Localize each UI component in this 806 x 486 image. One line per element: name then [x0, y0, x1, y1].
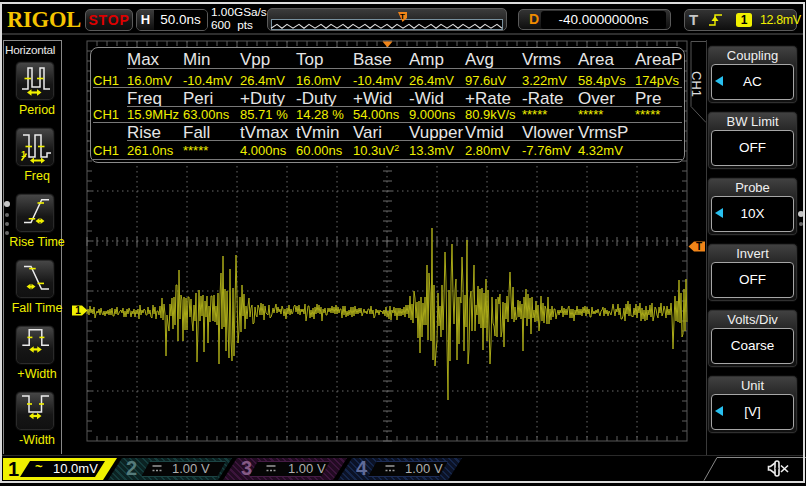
svg-text:1: 1 [21, 149, 26, 159]
svg-text:T: T [696, 241, 702, 252]
